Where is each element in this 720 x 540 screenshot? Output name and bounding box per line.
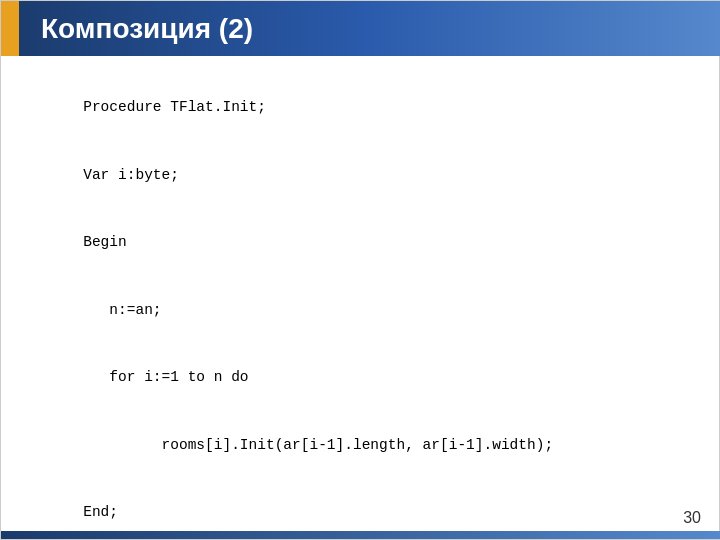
slide: Композиция (2) Procedure TFlat.Init; Var… bbox=[0, 0, 720, 540]
slide-title: Композиция (2) bbox=[16, 13, 253, 45]
code-line-6: rooms[i].Init(ar[i-1].length, ar[i-1].wi… bbox=[83, 437, 553, 453]
code-line-4: n:=an; bbox=[83, 302, 161, 318]
content-area: Procedure TFlat.Init; Var i:byte; Begin … bbox=[1, 56, 719, 539]
code-line-5: for i:=1 to n do bbox=[83, 369, 248, 385]
code-block: Procedure TFlat.Init; Var i:byte; Begin … bbox=[31, 74, 689, 540]
bottom-bar bbox=[1, 531, 720, 539]
code-line-2: Var i:byte; bbox=[83, 167, 179, 183]
code-line-7: End; bbox=[83, 504, 118, 520]
title-accent bbox=[1, 1, 19, 56]
code-line-3: Begin bbox=[83, 234, 127, 250]
code-line-1: Procedure TFlat.Init; bbox=[83, 99, 266, 115]
page-number: 30 bbox=[683, 509, 701, 527]
header-bar: Композиция (2) bbox=[1, 1, 720, 56]
